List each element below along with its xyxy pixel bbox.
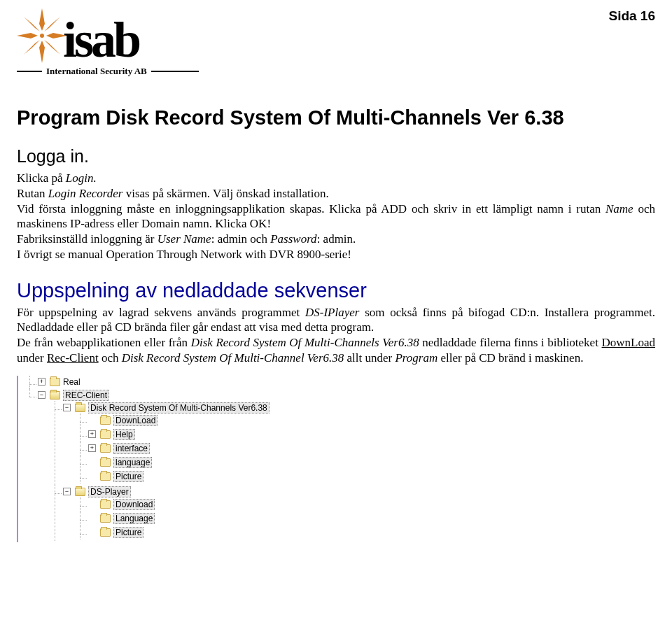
folder-icon <box>100 500 111 509</box>
expander-spacer <box>88 514 96 522</box>
section-playback-heading: Uppspelning av nedladdade sekvenser <box>17 279 655 302</box>
logo-tagline: International Security AB <box>46 66 147 77</box>
tree-item[interactable]: Language <box>76 511 311 525</box>
star-icon <box>17 8 67 63</box>
page-header: isab International Security AB Sida 16 <box>17 8 655 77</box>
folder-open-icon <box>75 404 85 412</box>
tree-item-label[interactable]: Disk Record System Of Multi-Channels Ver… <box>88 402 270 414</box>
tree-item[interactable]: Real <box>25 376 311 388</box>
login-line5: I övrigt se manual Operation Through Net… <box>17 247 655 262</box>
tree-item-label[interactable]: Picture <box>113 471 144 482</box>
collapse-icon[interactable] <box>38 391 46 399</box>
section-login-heading: Logga in. <box>17 146 655 167</box>
svg-point-8 <box>40 34 44 38</box>
tree-item[interactable]: language <box>76 455 311 469</box>
tree-item-label[interactable]: REC-Client <box>63 390 109 401</box>
folder-icon <box>100 472 111 481</box>
expand-icon[interactable] <box>88 430 96 438</box>
tree-item[interactable]: DownLoad <box>76 414 311 428</box>
tree-item[interactable]: DS-PlayerDownloadLanguagePicture <box>50 485 311 541</box>
folder-open-icon <box>50 391 60 400</box>
page-title: Program Disk Record System Of Multi-Chan… <box>17 106 655 129</box>
folder-icon <box>100 416 111 425</box>
tree-item-label[interactable]: Download <box>113 499 155 510</box>
expander-spacer <box>88 528 96 536</box>
expander-spacer <box>88 416 96 424</box>
folder-icon <box>100 444 111 453</box>
tree-item-label[interactable]: Picture <box>113 527 144 538</box>
svg-marker-5 <box>44 17 60 31</box>
folder-icon <box>50 378 60 386</box>
expander-spacer <box>88 458 96 466</box>
svg-marker-1 <box>39 41 45 63</box>
login-line3: Vid första inloggning måste en inloggnin… <box>17 202 655 232</box>
logo: isab International Security AB <box>17 8 199 77</box>
collapse-icon[interactable] <box>63 488 71 495</box>
folder-icon <box>100 528 111 537</box>
svg-marker-2 <box>17 33 38 38</box>
playback-para1: För uppspelning av lagrad sekvens använd… <box>17 305 655 336</box>
svg-marker-0 <box>39 8 45 31</box>
folder-tree: RealREC-ClientDisk Record System Of Mult… <box>17 376 311 542</box>
folder-icon <box>100 458 111 467</box>
tree-item[interactable]: Download <box>76 497 311 511</box>
login-line1: Klicka på Login. <box>17 171 655 186</box>
tree-item[interactable]: Picture <box>76 469 311 483</box>
expand-icon[interactable] <box>88 444 96 452</box>
folder-icon <box>100 514 111 523</box>
login-line4: Fabriksinställd inloggning är User Name:… <box>17 232 655 247</box>
logo-text: isab <box>63 17 139 63</box>
playback-para2: De från webapplikationen eller från Disk… <box>17 335 655 366</box>
tree-item-label[interactable]: Help <box>113 429 135 440</box>
tree-item[interactable]: Help <box>76 428 311 441</box>
folder-icon <box>100 430 111 439</box>
tree-item-label[interactable]: Real <box>63 377 80 387</box>
expander-spacer <box>88 500 96 508</box>
collapse-icon[interactable] <box>63 404 71 411</box>
tree-item[interactable]: Picture <box>76 525 311 539</box>
tree-item[interactable]: Disk Record System Of Multi-Channels Ver… <box>50 401 311 485</box>
expander-spacer <box>88 472 96 480</box>
tree-item-label[interactable]: language <box>113 457 152 468</box>
expand-icon[interactable] <box>38 378 46 386</box>
tree-item-label[interactable]: interface <box>113 443 150 454</box>
tree-item-label[interactable]: DownLoad <box>113 415 158 426</box>
login-line2: Rutan Login Recorder visas på skärmen. V… <box>17 186 655 202</box>
svg-marker-6 <box>24 40 40 55</box>
tree-item-label[interactable]: Language <box>113 513 155 524</box>
tree-item[interactable]: REC-ClientDisk Record System Of Multi-Ch… <box>25 388 311 542</box>
svg-marker-7 <box>44 40 60 55</box>
tree-item-label[interactable]: DS-Player <box>88 486 131 497</box>
svg-marker-4 <box>24 17 40 31</box>
tree-item[interactable]: interface <box>76 441 311 455</box>
page-number: Sida 16 <box>608 8 655 24</box>
folder-open-icon <box>75 488 85 496</box>
